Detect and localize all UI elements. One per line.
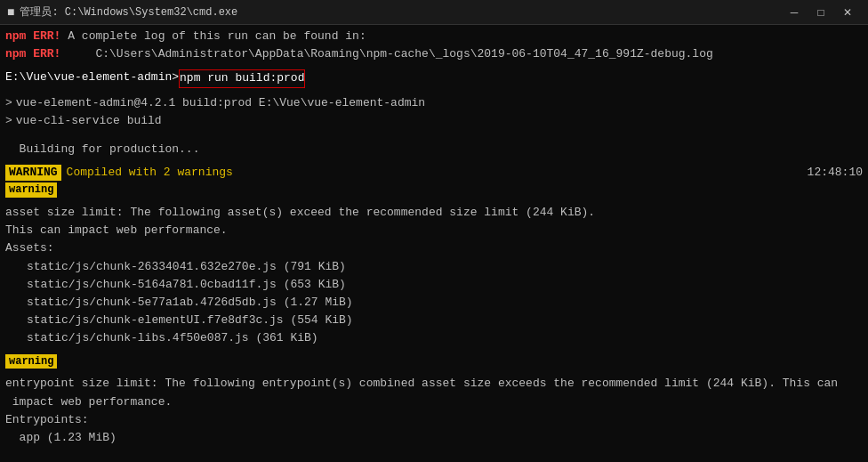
line-npm-err-2: npm ERR! C:\Users\Administrator\AppData\… [5, 46, 863, 62]
line-npm-err-1: npm ERR! A complete log of this run can … [5, 28, 863, 45]
title-bar: ■ 管理员: C:\Windows\System32\cmd.exe ─ □ ✕ [0, 0, 868, 25]
warning-badge-line-2: warning [5, 354, 863, 369]
npm-err-badge: npm ERR! [5, 28, 60, 45]
title-bar-title: 管理员: C:\Windows\System32\cmd.exe [20, 4, 237, 20]
line-build-2: > vue-cli-service build [5, 113, 863, 129]
minimize-button[interactable]: ─ [781, 4, 808, 21]
line-chunk-1: static/js/chunk-26334041.632e270e.js (79… [5, 259, 863, 275]
warning-badge-main: WARNING [5, 165, 61, 181]
terminal: npm ERR! A complete log of this run can … [0, 25, 868, 462]
window: ■ 管理员: C:\Windows\System32\cmd.exe ─ □ ✕… [0, 0, 868, 462]
maximize-button[interactable]: □ [808, 4, 834, 21]
arrow-1: > [5, 95, 12, 111]
line-entry-2: impact web performance. [5, 394, 863, 410]
line-chunk-3: static/js/chunk-5e77a1ab.4726d5db.js (1.… [5, 295, 863, 311]
line-build-1: > vue-element-admin@4.2.1 build:prod E:\… [5, 95, 863, 111]
compiled-message: Compiled with 2 warnings [67, 165, 233, 181]
line-chunk-2: static/js/chunk-5164a781.0cbad11f.js (65… [5, 277, 863, 293]
line-entry-1: entrypoint size limit: The following ent… [5, 376, 863, 392]
prompt: E:\Vue\vue-element-admin> [5, 69, 179, 87]
arrow-2: > [5, 113, 12, 129]
line-entrypoints-header: Entrypoints: [5, 412, 863, 428]
command-input[interactable]: npm run build:prod [179, 69, 305, 87]
line-app: app (1.23 MiB) [5, 430, 863, 446]
warning-small-badge-1: warning [5, 182, 57, 198]
timestamp: 12:48:10 [808, 165, 863, 181]
npm-err-badge-2: npm ERR! [5, 46, 60, 62]
line-building: Building for production... [5, 142, 863, 158]
line-asset-2: This can impact web performance. [5, 223, 863, 239]
line-chunk-5: static/js/chunk-libs.4f50e087.js (361 Ki… [5, 330, 863, 346]
line-assets-header: Assets: [5, 240, 863, 256]
cmd-icon: ■ [7, 5, 14, 20]
title-bar-left: ■ 管理员: C:\Windows\System32\cmd.exe [7, 4, 237, 20]
close-button[interactable]: ✕ [834, 4, 861, 21]
line-chunk-4: static/js/chunk-elementUI.f7e8df3c.js (5… [5, 312, 863, 328]
prompt-line: E:\Vue\vue-element-admin> npm run build:… [5, 69, 863, 87]
warning-header-line: WARNING Compiled with 2 warnings 12:48:1… [5, 165, 863, 181]
warning-badge-line-1: warning [5, 182, 863, 198]
warning-small-badge-2: warning [5, 354, 57, 369]
title-bar-controls: ─ □ ✕ [781, 4, 861, 21]
line-asset-1: asset size limit: The following asset(s)… [5, 205, 863, 221]
